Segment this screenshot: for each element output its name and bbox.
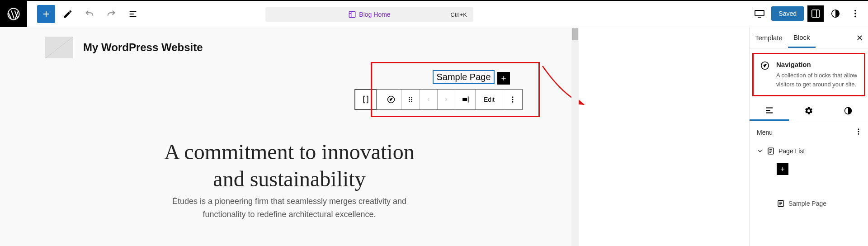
tab-block[interactable]: Block (788, 28, 816, 48)
svg-point-13 (409, 101, 410, 102)
edit-tool-button[interactable] (59, 5, 77, 23)
svg-point-22 (858, 131, 859, 132)
chevron-down-icon (757, 148, 763, 154)
toolbar-move-right (438, 90, 455, 109)
document-title-bar[interactable]: Blog Home Ctrl+K (265, 7, 473, 22)
nav-item-sample-page[interactable]: Sample Page (433, 70, 494, 84)
view-button[interactable] (751, 5, 768, 22)
subtab-list[interactable] (750, 101, 789, 121)
svg-rect-1 (349, 11, 356, 18)
toolbar-select-parent[interactable] (355, 90, 377, 109)
svg-rect-3 (812, 10, 820, 18)
svg-point-21 (858, 128, 859, 130)
menu-more-button[interactable] (854, 128, 863, 137)
svg-point-7 (854, 16, 856, 18)
svg-point-12 (411, 99, 412, 100)
undo-button[interactable] (80, 5, 99, 23)
layout-icon (348, 10, 356, 19)
page-icon (777, 199, 785, 208)
page-subtext[interactable]: Études is a pioneering firm that seamles… (0, 195, 579, 221)
svg-point-18 (512, 101, 514, 103)
svg-point-17 (512, 99, 514, 100)
site-logo[interactable] (45, 37, 73, 58)
block-info-card: Navigation A collection of blocks that a… (752, 53, 865, 96)
tab-template[interactable]: Template (750, 28, 788, 48)
page-list-icon (767, 147, 775, 155)
add-block-button[interactable] (37, 5, 55, 23)
styles-button[interactable] (827, 5, 844, 22)
scrollbar[interactable] (571, 28, 579, 246)
annotation-arrow (540, 64, 594, 118)
svg-point-5 (854, 10, 856, 12)
subtab-styles[interactable] (829, 101, 868, 121)
redo-button[interactable] (102, 5, 120, 23)
wordpress-logo[interactable] (0, 1, 27, 27)
svg-point-9 (409, 97, 410, 99)
site-header: My WordPress Website (45, 37, 203, 58)
toolbar-navigation-icon[interactable] (381, 90, 401, 109)
settings-toggle-button[interactable] (807, 5, 824, 22)
menu-tree: Page List Sample Page (750, 142, 868, 175)
svg-rect-2 (755, 10, 764, 16)
toolbar-move-left (420, 90, 438, 109)
svg-point-10 (411, 97, 412, 99)
save-button[interactable]: Saved (771, 6, 804, 21)
tree-item-page-list[interactable]: Page List (757, 143, 868, 159)
block-description: A collection of blocks that allow visito… (776, 71, 859, 89)
top-bar: Blog Home Ctrl+K Saved (0, 0, 868, 27)
close-settings-button[interactable]: ✕ (854, 32, 865, 44)
svg-rect-15 (463, 99, 467, 101)
menu-section-header: Menu (750, 121, 868, 142)
tree-item-sample-page[interactable]: Sample Page (757, 195, 868, 212)
settings-tabs: Template Block ✕ (750, 28, 868, 48)
page-heading[interactable]: A commitment to innovationand sustainabi… (0, 138, 579, 193)
block-subtabs (750, 101, 868, 121)
editor-canvas: My WordPress Website Sample Page Edit (0, 28, 579, 246)
keyboard-shortcut: Ctrl+K (451, 11, 467, 18)
block-toolbar: Edit (354, 89, 523, 110)
subtab-settings[interactable] (789, 101, 828, 121)
svg-point-23 (858, 133, 859, 135)
svg-point-14 (411, 101, 412, 102)
svg-point-11 (409, 99, 410, 100)
svg-point-6 (854, 13, 856, 14)
tree-add-button[interactable] (777, 163, 788, 175)
navigation-block-icon (760, 61, 770, 89)
more-options-button[interactable] (847, 5, 863, 22)
block-name: Navigation (776, 61, 859, 68)
toolbar-more[interactable] (503, 90, 522, 109)
toolbar-edit[interactable]: Edit (476, 90, 503, 109)
document-title: Blog Home (359, 11, 390, 18)
settings-panel: Template Block ✕ Navigation A collection… (749, 28, 868, 246)
list-view-button[interactable] (124, 5, 142, 23)
site-title[interactable]: My WordPress Website (83, 41, 203, 54)
svg-point-16 (512, 96, 514, 98)
toolbar-drag-handle[interactable] (401, 90, 420, 109)
toolbar-justify[interactable] (455, 90, 476, 109)
menu-label: Menu (757, 129, 773, 136)
nav-add-button[interactable] (497, 72, 510, 85)
